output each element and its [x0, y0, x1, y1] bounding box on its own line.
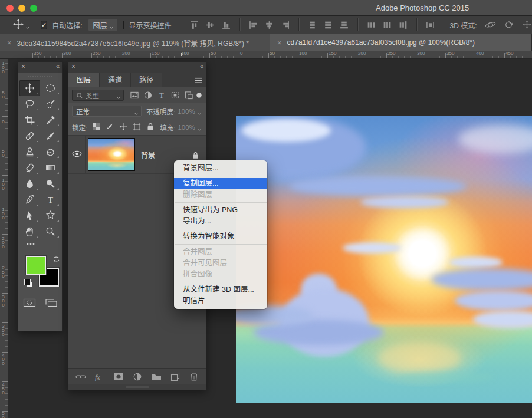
panel-tab-图层[interactable]: 图层	[68, 73, 100, 87]
close-icon[interactable]: ×	[21, 62, 25, 71]
lock-paint-icon[interactable]	[106, 123, 114, 131]
tool-path-selection[interactable]	[19, 208, 40, 223]
filter-type-dropdown[interactable]: 类型	[72, 90, 124, 101]
roll-3d-icon[interactable]	[503, 20, 514, 29]
canvas-image[interactable]	[236, 116, 532, 403]
tool-move[interactable]	[19, 80, 40, 96]
layers-panel-header[interactable]: × «	[68, 62, 206, 73]
panel-tab-通道[interactable]: 通道	[100, 73, 131, 87]
lock-all-icon[interactable]	[146, 123, 155, 131]
pan-3d-icon[interactable]	[521, 20, 532, 29]
align-hcenter-icon[interactable]	[264, 20, 274, 30]
tool-gradient[interactable]	[40, 160, 61, 176]
context-menu-item[interactable]: 快速导出为 PNG	[174, 205, 267, 216]
default-colors-icon[interactable]	[24, 279, 31, 285]
dist-bottom-icon[interactable]	[339, 20, 349, 30]
tool-eyedropper[interactable]	[40, 112, 61, 128]
context-menu-item[interactable]: 从文件新建 3D 图层...	[174, 284, 267, 295]
align-vcenter-icon[interactable]	[205, 20, 215, 30]
new-layer-icon[interactable]	[170, 372, 180, 381]
orbit-3d-icon[interactable]	[485, 20, 496, 29]
shape-layer-filter-icon[interactable]	[170, 91, 181, 100]
new-adjustment-layer-icon[interactable]	[132, 372, 143, 381]
link-layers-icon[interactable]	[75, 372, 86, 381]
titlebar[interactable]: Adobe Photoshop CC 2015	[0, 0, 532, 16]
panel-menu-icon[interactable]	[191, 73, 206, 87]
add-layer-mask-icon[interactable]	[113, 372, 124, 381]
panel-resize-handle[interactable]	[68, 384, 206, 390]
zoom-window-button[interactable]	[30, 5, 37, 12]
ruler-corner[interactable]	[0, 51, 8, 59]
tool-spot-healing-brush[interactable]	[19, 128, 40, 144]
tool-crop[interactable]	[19, 112, 40, 128]
collapse-icon[interactable]: «	[200, 62, 203, 70]
pixel-layer-filter-icon[interactable]	[130, 91, 140, 100]
quick-mask-button[interactable]	[23, 298, 36, 310]
close-tab-icon[interactable]: ×	[7, 38, 12, 47]
context-menu-item[interactable]: 明信片	[174, 295, 267, 307]
dist-right-icon[interactable]	[398, 20, 408, 30]
tool-type[interactable]: T	[40, 192, 61, 208]
new-group-icon[interactable]	[151, 372, 162, 381]
tool-eraser[interactable]	[19, 160, 40, 176]
layer-visibility-toggle[interactable]	[68, 136, 86, 173]
tool-quick-selection[interactable]	[40, 96, 61, 112]
panel-grip[interactable]	[27, 75, 53, 79]
context-menu-item[interactable]: 复制图层...	[174, 178, 267, 189]
move-tool-icon[interactable]	[13, 19, 30, 31]
fill-value[interactable]: 100%	[178, 124, 195, 131]
dist-spacing-icon[interactable]	[425, 20, 435, 30]
collapse-icon[interactable]: «	[56, 62, 59, 70]
tool-clone-stamp[interactable]	[19, 144, 40, 160]
align-left-icon[interactable]	[248, 20, 258, 30]
document-tab-2[interactable]: ×cd7a1fd7d1ce4397a61ac73af035cf08.jpg @ …	[270, 34, 532, 51]
context-menu-item[interactable]: 背景图层...	[174, 163, 267, 174]
tool-zoom[interactable]	[40, 223, 61, 239]
show-transform-checkbox[interactable]	[123, 21, 124, 29]
close-window-button[interactable]	[6, 5, 14, 12]
close-icon[interactable]: ×	[71, 62, 75, 71]
context-menu-item[interactable]: 导出为...	[174, 216, 267, 227]
filter-toggle-icon[interactable]	[196, 92, 202, 98]
align-right-icon[interactable]	[280, 20, 290, 30]
align-bottom-icon[interactable]	[221, 20, 231, 30]
lock-artboard-icon[interactable]	[133, 123, 142, 131]
close-tab-icon[interactable]: ×	[277, 38, 282, 47]
tool-history-brush[interactable]	[40, 144, 61, 160]
tool-elliptical-marquee[interactable]	[40, 80, 61, 96]
dist-vcenter-icon[interactable]	[323, 20, 333, 30]
delete-layer-icon[interactable]	[189, 372, 199, 381]
layer-thumbnail[interactable]	[88, 138, 135, 171]
document-tab-1[interactable]: ×3dea34c1159845d2a47287e5c16fc49e.jpg @ …	[0, 34, 270, 51]
vertical-ruler[interactable]: 10050050100150200250300350400450500	[0, 59, 8, 418]
dist-left-icon[interactable]	[366, 20, 376, 30]
auto-select-target-dropdown[interactable]: 图层	[88, 19, 117, 31]
tool-custom-shape[interactable]	[40, 208, 61, 223]
auto-select-checkbox[interactable]: ✓	[41, 21, 47, 29]
tool-hand[interactable]	[19, 223, 40, 239]
layer-name[interactable]: 背景	[141, 150, 155, 160]
tool-pen[interactable]	[19, 192, 40, 208]
dist-top-icon[interactable]	[307, 20, 317, 30]
tool-brush[interactable]	[40, 128, 61, 144]
dist-hcenter-icon[interactable]	[382, 20, 392, 30]
edit-toolbar-button[interactable]	[20, 239, 41, 251]
tool-blur[interactable]	[19, 176, 40, 192]
horizontal-ruler[interactable]: 3503002502001501005005010015020025030035…	[8, 51, 532, 59]
panel-tab-路径[interactable]: 路径	[131, 73, 162, 87]
layer-style-icon[interactable]: fx	[94, 372, 105, 381]
context-menu-item[interactable]: 转换为智能对象	[174, 231, 267, 242]
lock-transparent-icon[interactable]	[92, 123, 101, 131]
toolbox-header[interactable]: × «	[18, 62, 62, 73]
blend-mode-dropdown[interactable]: 正常	[72, 106, 142, 117]
type-layer-filter-icon[interactable]: T	[157, 91, 168, 100]
screen-mode-button[interactable]	[45, 298, 58, 310]
opacity-value[interactable]: 100%	[178, 108, 195, 115]
swap-colors-icon[interactable]	[52, 255, 61, 264]
minimize-window-button[interactable]	[18, 5, 25, 12]
lock-position-icon[interactable]	[119, 123, 128, 131]
tool-dodge[interactable]	[40, 176, 61, 192]
align-top-icon[interactable]	[189, 20, 199, 30]
smart-object-filter-icon[interactable]	[184, 91, 195, 100]
tool-lasso[interactable]	[19, 96, 40, 112]
